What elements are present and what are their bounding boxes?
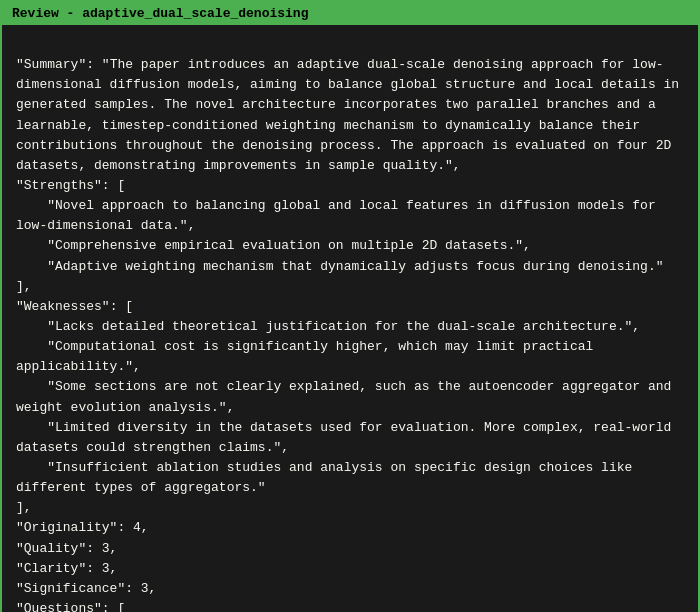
main-window: Review - adaptive_dual_scale_denoising "…	[0, 0, 700, 612]
originality-key: "Originality"	[16, 520, 117, 535]
strength-3: "Adaptive weighting mechanism that dynam…	[16, 259, 664, 274]
questions-key: "Questions"	[16, 601, 102, 612]
originality-value: : 4,	[117, 520, 148, 535]
strengths-key: "Strengths"	[16, 178, 102, 193]
title-bar: Review - adaptive_dual_scale_denoising	[2, 2, 698, 25]
quality-key: "Quality"	[16, 541, 86, 556]
weakness-1: "Lacks detailed theoretical justificatio…	[16, 319, 640, 334]
strengths-bracket: : [	[102, 178, 125, 193]
strengths-close: ],	[16, 279, 32, 294]
window-title: Review - adaptive_dual_scale_denoising	[12, 6, 308, 21]
strength-1: "Novel approach to balancing global and …	[16, 198, 664, 233]
weakness-3: "Some sections are not clearly explained…	[16, 379, 679, 414]
content-area[interactable]: "Summary": "The paper introduces an adap…	[2, 25, 698, 612]
quality-value: : 3,	[86, 541, 117, 556]
strength-2: "Comprehensive empirical evaluation on m…	[16, 238, 531, 253]
weaknesses-key: "Weaknesses"	[16, 299, 110, 314]
questions-bracket: : [	[102, 601, 125, 612]
significance-key: "Significance"	[16, 581, 125, 596]
clarity-key: "Clarity"	[16, 561, 86, 576]
summary-value: "The paper introduces an adaptive dual-s…	[16, 57, 687, 173]
weaknesses-close: ],	[16, 500, 32, 515]
weakness-5: "Insufficient ablation studies and analy…	[16, 460, 640, 495]
weaknesses-bracket: : [	[110, 299, 133, 314]
significance-value: : 3,	[125, 581, 156, 596]
weakness-2: "Computational cost is significantly hig…	[16, 339, 601, 374]
clarity-value: : 3,	[86, 561, 117, 576]
summary-colon: :	[86, 57, 94, 72]
weakness-4: "Limited diversity in the datasets used …	[16, 420, 679, 455]
summary-key: "Summary"	[16, 57, 86, 72]
